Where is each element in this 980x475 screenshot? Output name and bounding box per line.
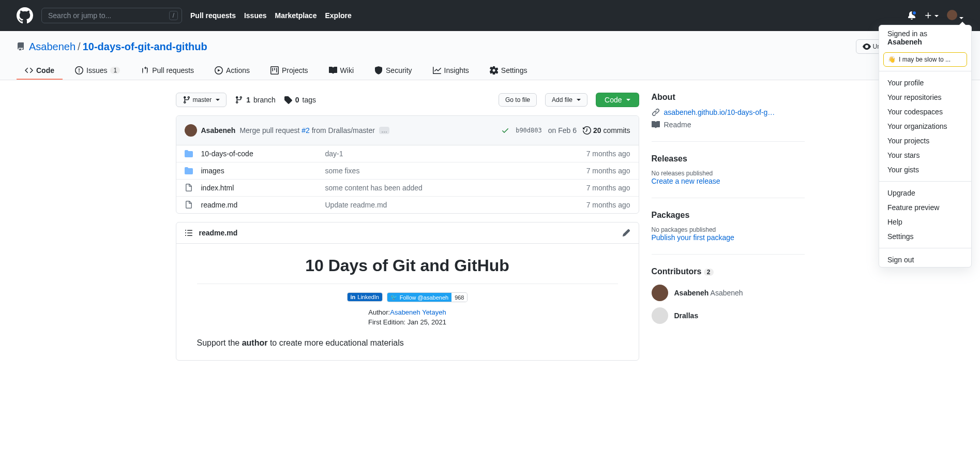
edit-readme-button[interactable]: [622, 229, 630, 237]
tab-wiki[interactable]: Wiki: [321, 62, 362, 80]
file-name-link[interactable]: images: [201, 167, 224, 175]
menu-settings[interactable]: Settings: [879, 229, 971, 244]
menu-sign-out[interactable]: Sign out: [879, 253, 971, 267]
nav-pull-requests[interactable]: Pull requests: [190, 11, 236, 20]
list-icon[interactable]: [185, 229, 193, 237]
file-commit-msg[interactable]: some fixes: [325, 167, 586, 175]
contributor-item[interactable]: Asabeneh Asabeneh: [652, 285, 805, 301]
github-mark-icon: [17, 7, 33, 24]
file-name-link[interactable]: index.html: [201, 184, 234, 192]
readme-link[interactable]: Readme: [652, 121, 805, 129]
no-releases-text: No releases published: [652, 170, 805, 177]
menu-help[interactable]: Help: [879, 215, 971, 229]
file-commit-msg[interactable]: day-1: [325, 150, 586, 158]
commit-author[interactable]: Asabeneh: [201, 126, 236, 135]
eye-icon: [863, 42, 871, 51]
menu-your-stars[interactable]: Your stars: [879, 148, 971, 162]
history-icon: [583, 126, 591, 135]
file-commit-msg[interactable]: Update readme.md: [325, 201, 586, 209]
code-download-button[interactable]: Code: [596, 93, 639, 107]
user-dropdown-menu: Signed in as Asabeneh 👋 I may be slow to…: [879, 25, 972, 268]
menu-your-organizations[interactable]: Your organizations: [879, 119, 971, 133]
menu-feature-preview[interactable]: Feature preview: [879, 200, 971, 215]
packages-section: Packages No packages published Publish y…: [652, 211, 805, 255]
author-link[interactable]: Asabeneh Yetayeh: [390, 308, 446, 316]
readme-box: readme.md 10 Days of Git and GitHub in L…: [176, 222, 639, 361]
commit-avatar[interactable]: [185, 124, 197, 137]
file-time: 7 months ago: [586, 184, 630, 192]
nav-explore[interactable]: Explore: [325, 11, 351, 20]
create-new-dropdown[interactable]: [924, 11, 939, 20]
goto-file-button[interactable]: Go to file: [499, 93, 537, 107]
branch-icon: [235, 96, 243, 104]
repo-head: Asabeneh / 10-days-of-git-and-github Unw…: [0, 31, 980, 80]
nav-issues[interactable]: Issues: [244, 11, 267, 20]
graph-icon: [433, 66, 441, 75]
commits-link[interactable]: 20 commits: [583, 126, 630, 135]
shield-icon: [374, 66, 383, 75]
menu-your-gists[interactable]: Your gists: [879, 162, 971, 177]
commit-ellipsis[interactable]: …: [379, 127, 389, 134]
linkedin-badge[interactable]: in LinkedIn: [347, 292, 383, 302]
commit-hash[interactable]: b90d803: [516, 127, 542, 134]
user-menu-button[interactable]: [947, 10, 963, 22]
repo-name-link[interactable]: 10-days-of-git-and-github: [83, 41, 207, 53]
file-icon: [185, 201, 193, 209]
homepage-link[interactable]: asabeneh.github.io/10-days-of-g…: [664, 108, 775, 116]
contributor-avatar: [652, 285, 668, 301]
file-name-link[interactable]: 10-days-of-code: [201, 150, 253, 158]
global-header: / Pull requests Issues Marketplace Explo…: [0, 0, 980, 31]
primary-nav: Pull requests Issues Marketplace Explore: [190, 11, 352, 20]
add-file-button[interactable]: Add file: [545, 93, 587, 107]
readme-support: Support the author to create more educat…: [197, 338, 618, 348]
gear-icon: [490, 66, 498, 75]
publish-package-link[interactable]: Publish your first package: [652, 233, 734, 242]
notification-indicator: [912, 10, 917, 16]
menu-your-projects[interactable]: Your projects: [879, 133, 971, 148]
tab-issues[interactable]: Issues 1: [67, 62, 128, 80]
search-box: /: [41, 8, 182, 23]
tab-projects[interactable]: Projects: [262, 62, 316, 80]
branch-selector[interactable]: master: [176, 93, 227, 107]
tab-pull-requests[interactable]: Pull requests: [132, 62, 202, 80]
releases-heading: Releases: [652, 154, 805, 164]
code-icon: [25, 66, 33, 75]
commit-message[interactable]: Merge pull request #2 from Drallas/maste…: [239, 126, 374, 135]
search-slash-hint: /: [169, 11, 178, 20]
link-icon: [652, 108, 660, 116]
create-release-link[interactable]: Create a new release: [652, 177, 720, 185]
packages-heading: Packages: [652, 211, 805, 220]
menu-upgrade[interactable]: Upgrade: [879, 186, 971, 200]
twitter-follow-badge[interactable]: 🐦 Follow @asabeneh968: [387, 292, 468, 302]
readme-title: 10 Days of Git and GitHub: [197, 256, 618, 275]
repo-owner-link[interactable]: Asabeneh: [29, 41, 76, 53]
file-row: index.htmlsome content has been added7 m…: [176, 180, 639, 197]
notifications-button[interactable]: [908, 11, 916, 20]
tab-insights[interactable]: Insights: [425, 62, 477, 80]
nav-marketplace[interactable]: Marketplace: [275, 11, 317, 20]
search-input[interactable]: [41, 8, 182, 23]
file-row: 10-days-of-codeday-17 months ago: [176, 145, 639, 162]
menu-set-status[interactable]: 👋 I may be slow to ...: [883, 52, 967, 67]
file-icon: [185, 184, 193, 192]
contributor-item[interactable]: Drallas: [652, 307, 805, 324]
tab-settings[interactable]: Settings: [481, 62, 536, 80]
latest-commit: Asabeneh Merge pull request #2 from Dral…: [176, 116, 639, 145]
menu-your-codespaces[interactable]: Your codespaces: [879, 105, 971, 119]
tab-code[interactable]: Code: [17, 62, 63, 80]
github-logo[interactable]: [17, 7, 33, 24]
file-row: imagessome fixes7 months ago: [176, 162, 639, 180]
menu-your-profile[interactable]: Your profile: [879, 76, 971, 90]
issues-count: 1: [110, 67, 120, 74]
contributor-handle: Drallas: [674, 311, 699, 320]
file-name-link[interactable]: readme.md: [201, 201, 238, 209]
tab-actions[interactable]: Actions: [206, 62, 258, 80]
file-time: 7 months ago: [586, 150, 630, 158]
check-icon[interactable]: [501, 126, 509, 135]
tab-security[interactable]: Security: [366, 62, 420, 80]
branches-link[interactable]: 1branch: [235, 96, 276, 104]
folder-icon: [185, 150, 193, 158]
tags-link[interactable]: 0tags: [284, 96, 316, 104]
file-commit-msg[interactable]: some content has been added: [325, 184, 586, 192]
menu-your-repositories[interactable]: Your repositories: [879, 90, 971, 105]
